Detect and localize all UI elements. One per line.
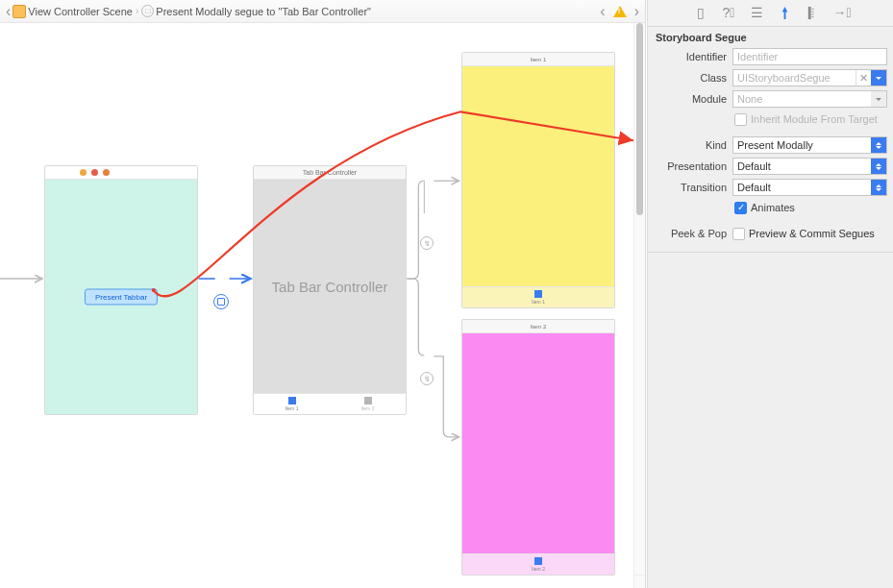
tab-dot-icon [534,290,542,298]
identity-inspector-tab-icon[interactable]: ☰ [750,6,764,20]
item2-tabbar: Item 2 [462,553,614,575]
chevron-right-icon: › [135,6,139,16]
kind-value: Present Modally [733,137,871,153]
row-presentation: Presentation Default [648,156,887,177]
item2-screen[interactable]: Item 2 Item 2 [461,319,615,576]
row-peek-pop: Peek & Pop Preview & Commit Segues [648,223,887,244]
jumpbar-back-icon[interactable]: ‹ [600,4,605,19]
presentation-dropdown-arrow-icon[interactable] [871,159,886,174]
class-placeholder: UIStoryboardSegue [733,70,856,86]
breadcrumb: ‹ View Controller Scene › ☐ Present Moda… [0,0,645,23]
row-class: Class UIStoryboardSegue ✕ [648,67,887,88]
preview-commit-checkbox[interactable] [732,228,745,240]
animates-label: Animates [751,202,795,213]
relationship-node-item2[interactable]: ↯ [420,372,434,385]
nav-back-chevron-icon[interactable]: ‹ [6,4,11,19]
transition-select[interactable]: Default [732,179,887,196]
item1-tab[interactable]: Item 1 [462,287,614,307]
kind-label: Kind [648,139,727,151]
item1-body [462,66,614,286]
module-label: Module [648,93,727,105]
tab-dot-icon [288,397,296,404]
presentation-label: Presentation [648,160,727,172]
inspector-panel-title: Storyboard Segue [648,27,893,46]
svg-rect-8 [811,9,813,10]
inherit-module-checkbox[interactable] [734,113,747,126]
breadcrumb-scene-label[interactable]: View Controller Scene [28,6,133,17]
class-dropdown-arrow-icon[interactable] [871,70,886,86]
canvas-vertical-scrollbar[interactable] [633,23,645,575]
quick-help-tab-icon[interactable]: ?⃝ [722,6,736,20]
module-select[interactable]: None [732,90,887,108]
peek-pop-label: Peek & Pop [648,228,727,239]
item1-screen[interactable]: Item 1 Item 1 [461,52,615,308]
identifier-label: Identifier [648,51,727,62]
item2-body [462,333,614,553]
segue-symbol-icon: ☐ [141,5,154,17]
present-tabbar-button[interactable]: Present Tabbar [85,289,158,306]
svg-rect-9 [811,12,813,12]
item1-title: Item 1 [462,53,614,66]
presentation-value: Default [733,159,871,174]
tbc-tab-item1[interactable]: Item 1 [254,394,330,414]
segue-node[interactable] [213,294,229,309]
row-kind: Kind Present Modally [648,135,887,156]
storyboard-canvas-area: ‹ View Controller Scene › ☐ Present Moda… [0,0,646,588]
class-label: Class [648,72,727,84]
row-identifier: Identifier [648,46,887,67]
tbc-tabbar: Item 1 Item 2 [254,393,406,414]
inspector-empty-area [648,252,893,588]
row-animates: Animates [648,198,887,217]
scrollbar-corner [633,575,645,588]
kind-select[interactable]: Present Modally [732,136,887,154]
vc-titlebar-dot-1-icon [80,169,87,176]
vc-titlebar-dot-2-icon [91,169,98,176]
inspector-panel: ▯ ?⃝ ☰ →⃝ Storyboard Segue Identifier Cl… [647,0,893,588]
view-controller-screen[interactable]: Present Tabbar [44,165,198,415]
transition-value: Default [733,180,871,195]
vc-titlebar [45,166,197,180]
tbc-body-label: Tab Bar Controller [254,180,406,393]
scene-file-icon [12,5,26,18]
class-clear-icon[interactable]: ✕ [856,70,871,86]
attributes-inspector-tab-icon[interactable] [778,6,792,20]
row-module: Module None [648,88,887,110]
item1-tab-label: Item 1 [532,299,545,305]
svg-rect-7 [807,7,810,19]
breadcrumb-segue-label[interactable]: Present Modally segue to "Tab Bar Contro… [156,6,371,17]
row-inherit-module: Inherit Module From Target [648,110,887,129]
preview-commit-label: Preview & Commit Segues [749,228,875,239]
svg-rect-10 [811,13,813,14]
jumpbar-forward-icon[interactable]: › [634,4,639,19]
connections-inspector-tab-icon[interactable]: →⃝ [833,6,848,20]
tbc-tab-item2[interactable]: Item 2 [330,394,406,414]
tab-bar-controller-screen[interactable]: Tab Bar Controller Tab Bar Controller It… [253,165,407,415]
animates-checkbox[interactable] [734,202,747,214]
file-inspector-tab-icon[interactable]: ▯ [694,6,708,20]
row-transition: Transition Default [648,177,887,198]
storyboard-canvas[interactable]: Present Tabbar Tab Bar Controller Tab Ba… [0,23,633,588]
tbc-title: Tab Bar Controller [254,166,406,180]
class-combo[interactable]: UIStoryboardSegue ✕ [732,69,887,86]
vc-body: Present Tabbar [45,180,197,414]
svg-rect-11 [811,16,813,17]
vc-titlebar-dot-3-icon [103,169,110,176]
tab-dot-icon [534,557,542,565]
item2-tab-label: Item 2 [532,566,545,572]
inherit-module-label: Inherit Module From Target [751,113,878,125]
scrollbar-thumb[interactable] [636,23,643,215]
transition-label: Transition [648,182,727,193]
kind-dropdown-arrow-icon[interactable] [871,137,886,153]
item2-title: Item 2 [462,320,614,333]
inspector-tabbar: ▯ ?⃝ ☰ →⃝ [648,0,893,27]
tbc-tab-label-2: Item 2 [361,405,375,411]
warning-triangle-icon[interactable] [613,6,627,17]
item2-tab[interactable]: Item 2 [462,554,614,575]
presentation-select[interactable]: Default [732,158,887,175]
relationship-node-item1[interactable]: ↯ [420,236,434,250]
transition-dropdown-arrow-icon[interactable] [871,180,886,195]
inspector-form: Identifier Class UIStoryboardSegue ✕ Mod… [648,46,893,244]
tab-dot-icon [364,397,372,404]
identifier-input[interactable] [732,48,887,65]
size-inspector-tab-icon[interactable] [806,6,820,20]
